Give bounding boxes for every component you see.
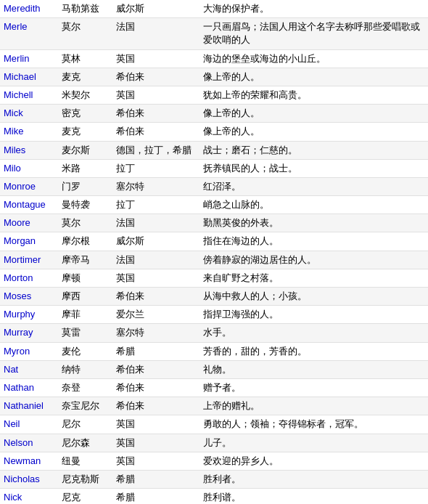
name-cell[interactable]: Meredith: [0, 0, 58, 18]
name-cell[interactable]: Mike: [0, 123, 58, 141]
name-cell[interactable]: Myron: [0, 342, 58, 360]
origin-cell: 法国: [112, 251, 199, 269]
table-row: Nathaniel 奈宝尼尔 希伯来 上帝的赠礼。: [0, 397, 428, 415]
chinese-cell: 麦尔斯: [58, 141, 112, 159]
table-row: Michell 米契尔 英国 犹如上帝的荣耀和高贵。: [0, 86, 428, 104]
chinese-cell: 莫尔: [58, 18, 112, 49]
origin-cell: 拉丁: [112, 196, 199, 214]
origin-cell: 德国，拉丁，希腊: [112, 141, 199, 159]
name-cell[interactable]: Murphy: [0, 306, 58, 324]
name-cell[interactable]: Moore: [0, 214, 58, 232]
meaning-cell: 来自旷野之村落。: [199, 269, 428, 287]
meaning-cell: 勤黑英俊的外表。: [199, 214, 428, 232]
meaning-cell: 指捍卫海强的人。: [199, 306, 428, 324]
origin-cell: 希伯来: [112, 397, 199, 415]
name-cell[interactable]: Michell: [0, 86, 58, 104]
meaning-cell: 峭急之山脉的。: [199, 196, 428, 214]
table-row: Newman 纽曼 英国 爱欢迎的异乡人。: [0, 452, 428, 470]
meaning-cell: 傍着静寂的湖边居住的人。: [199, 251, 428, 269]
meaning-cell: 从海中救人的人；小孩。: [199, 288, 428, 306]
origin-cell: 塞尔特: [112, 324, 199, 342]
chinese-cell: 尼克: [58, 489, 112, 504]
chinese-cell: 纽曼: [58, 452, 112, 470]
meaning-cell: 海边的堡垒或海边的小山丘。: [199, 49, 428, 68]
table-row: Mortimer 摩帝马 法国 傍着静寂的湖边居住的人。: [0, 251, 428, 269]
meaning-cell: 赠予者。: [199, 378, 428, 397]
origin-cell: 希伯来: [112, 123, 199, 141]
meaning-cell: 一只画眉鸟；法国人用这个名字去称呼那些爱唱歌或爱吹哨的人: [199, 18, 428, 49]
names-table: Meredith 马勒第兹 威尔斯 大海的保护者。 Merle 莫尔 法国 一只…: [0, 0, 428, 504]
table-row: Nicholas 尼克勒斯 希腊 胜利者。: [0, 470, 428, 488]
name-cell[interactable]: Mick: [0, 105, 58, 123]
table-row: Murphy 摩菲 爱尔兰 指捍卫海强的人。: [0, 306, 428, 324]
name-cell[interactable]: Morgan: [0, 232, 58, 251]
chinese-cell: 奈登: [58, 378, 112, 397]
meaning-cell: 勇敢的人；领袖；夺得锦标者，冠军。: [199, 415, 428, 434]
origin-cell: 希伯来: [112, 360, 199, 378]
name-cell[interactable]: Mortimer: [0, 251, 58, 269]
meaning-cell: 犹如上帝的荣耀和高贵。: [199, 86, 428, 104]
name-cell[interactable]: Michael: [0, 68, 58, 86]
chinese-cell: 尼尔: [58, 415, 112, 434]
name-cell[interactable]: Montague: [0, 196, 58, 214]
name-cell[interactable]: Nathan: [0, 378, 58, 397]
table-row: Merle 莫尔 法国 一只画眉鸟；法国人用这个名字去称呼那些爱唱歌或爱吹哨的人: [0, 18, 428, 49]
meaning-cell: 像上帝的人。: [199, 123, 428, 141]
meaning-cell: 指住在海边的人。: [199, 232, 428, 251]
meaning-cell: 抚养镇民的人；战士。: [199, 159, 428, 177]
chinese-cell: 摩帝马: [58, 251, 112, 269]
origin-cell: 英国: [112, 452, 199, 470]
table-row: Mike 麦克 希伯来 像上帝的人。: [0, 123, 428, 141]
chinese-cell: 摩顿: [58, 269, 112, 287]
meaning-cell: 芳香的，甜的，芳香的。: [199, 342, 428, 360]
chinese-cell: 麦克: [58, 123, 112, 141]
origin-cell: 威尔斯: [112, 0, 199, 18]
origin-cell: 英国: [112, 269, 199, 287]
origin-cell: 英国: [112, 415, 199, 434]
meaning-cell: 水手。: [199, 324, 428, 342]
name-cell[interactable]: Morton: [0, 269, 58, 287]
origin-cell: 塞尔特: [112, 177, 199, 195]
chinese-cell: 麦克: [58, 68, 112, 86]
meaning-cell: 像上帝的人。: [199, 68, 428, 86]
name-cell[interactable]: Nicholas: [0, 470, 58, 488]
name-cell[interactable]: Miles: [0, 141, 58, 159]
meaning-cell: 爱欢迎的异乡人。: [199, 452, 428, 470]
chinese-cell: 门罗: [58, 177, 112, 195]
name-cell[interactable]: Nat: [0, 360, 58, 378]
table-row: Murray 莫雷 塞尔特 水手。: [0, 324, 428, 342]
name-cell[interactable]: Merlin: [0, 49, 58, 68]
origin-cell: 英国: [112, 434, 199, 452]
name-cell[interactable]: Murray: [0, 324, 58, 342]
meaning-cell: 大海的保护者。: [199, 0, 428, 18]
origin-cell: 希伯来: [112, 288, 199, 306]
name-cell[interactable]: Nick: [0, 489, 58, 504]
table-row: Nick 尼克 希腊 胜利谱。: [0, 489, 428, 504]
chinese-cell: 莫雷: [58, 324, 112, 342]
chinese-cell: 莫尔: [58, 214, 112, 232]
name-cell[interactable]: Merle: [0, 18, 58, 49]
origin-cell: 希伯来: [112, 68, 199, 86]
chinese-cell: 莫林: [58, 49, 112, 68]
chinese-cell: 摩西: [58, 288, 112, 306]
name-cell[interactable]: Newman: [0, 452, 58, 470]
meaning-cell: 战士；磨石；仁慈的。: [199, 141, 428, 159]
name-cell[interactable]: Nathaniel: [0, 397, 58, 415]
name-cell[interactable]: Nelson: [0, 434, 58, 452]
table-row: Moses 摩西 希伯来 从海中救人的人；小孩。: [0, 288, 428, 306]
name-cell[interactable]: Moses: [0, 288, 58, 306]
meaning-cell: 红沼泽。: [199, 177, 428, 195]
chinese-cell: 麦伦: [58, 342, 112, 360]
chinese-cell: 尼克勒斯: [58, 470, 112, 488]
table-row: Montague 曼特袭 拉丁 峭急之山脉的。: [0, 196, 428, 214]
name-cell[interactable]: Monroe: [0, 177, 58, 195]
name-cell[interactable]: Neil: [0, 415, 58, 434]
table-row: Nat 纳特 希伯来 礼物。: [0, 360, 428, 378]
name-cell[interactable]: Milo: [0, 159, 58, 177]
table-row: Milo 米路 拉丁 抚养镇民的人；战士。: [0, 159, 428, 177]
meaning-cell: 上帝的赠礼。: [199, 397, 428, 415]
origin-cell: 希腊: [112, 342, 199, 360]
chinese-cell: 密克: [58, 105, 112, 123]
meaning-cell: 胜利谱。: [199, 489, 428, 504]
table-row: Neil 尼尔 英国 勇敢的人；领袖；夺得锦标者，冠军。: [0, 415, 428, 434]
